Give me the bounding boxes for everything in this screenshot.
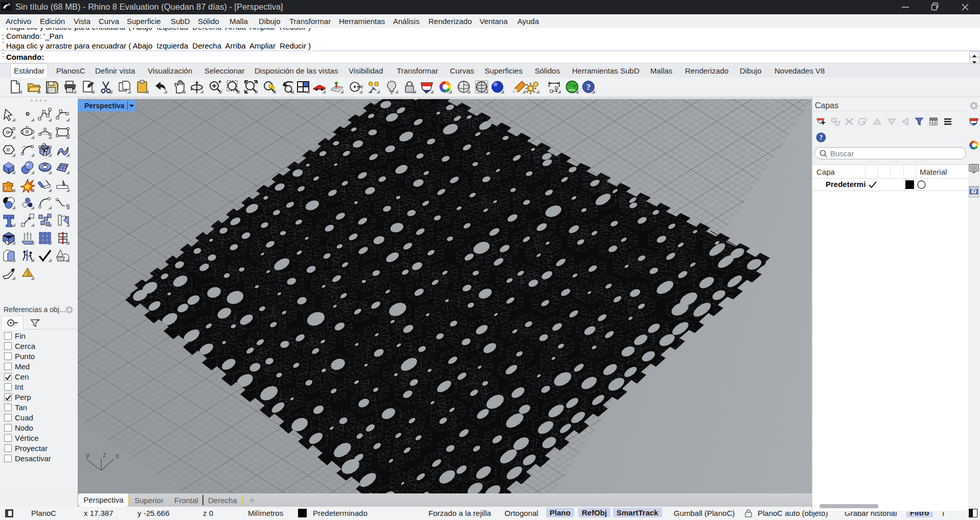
svg-text:y: y	[86, 452, 89, 459]
svg-text:8: 8	[8, 3, 10, 6]
svg-text:z: z	[103, 452, 106, 459]
svg-text:?: ?	[586, 82, 591, 92]
svg-text:x: x	[116, 452, 119, 460]
svg-text:?: ?	[819, 134, 823, 141]
svg-text:?: ?	[972, 188, 975, 195]
